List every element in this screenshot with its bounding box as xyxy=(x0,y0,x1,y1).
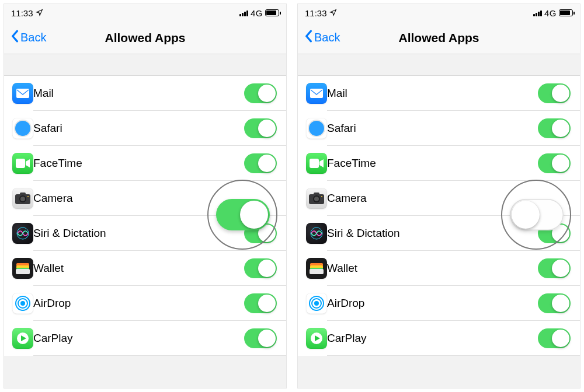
section-spacer xyxy=(298,54,580,75)
airdrop-icon xyxy=(306,293,327,314)
toggle-carplay[interactable] xyxy=(538,328,571,348)
toggle-mail[interactable] xyxy=(244,83,277,103)
svg-rect-5 xyxy=(20,192,26,195)
app-label: Mail xyxy=(33,87,236,100)
siri-icon xyxy=(306,223,327,244)
carplay-icon xyxy=(306,328,327,349)
svg-point-26 xyxy=(314,197,319,201)
list-item: Mail xyxy=(298,76,580,111)
toggle-facetime[interactable] xyxy=(244,153,277,173)
svg-rect-14 xyxy=(16,269,30,274)
screen-right: 11:33 4G Back Allowed Apps Mail xyxy=(297,4,580,388)
cell-signal-icon xyxy=(239,9,248,16)
status-bar: 11:33 4G xyxy=(4,4,286,22)
list-item: FaceTime xyxy=(298,146,580,181)
status-time: 11:33 xyxy=(11,8,33,18)
app-label: Wallet xyxy=(33,262,236,275)
toggle-safari[interactable] xyxy=(538,118,571,138)
app-label: Siri & Dictation xyxy=(33,227,236,240)
list-item: Wallet xyxy=(298,251,580,286)
app-label: Siri & Dictation xyxy=(327,227,530,240)
toggle-camera-enlarged[interactable] xyxy=(510,199,564,230)
back-label: Back xyxy=(314,31,340,44)
facetime-icon xyxy=(12,153,33,174)
app-label: Camera xyxy=(327,192,530,205)
battery-icon xyxy=(559,9,573,16)
cell-signal-icon xyxy=(533,9,542,16)
list-item: Safari xyxy=(4,111,286,146)
back-button[interactable]: Back xyxy=(304,30,340,46)
toggle-wallet[interactable] xyxy=(538,258,571,278)
network-label: 4G xyxy=(251,8,263,18)
toggle-camera-enlarged[interactable] xyxy=(216,199,270,230)
app-label: CarPlay xyxy=(33,332,236,345)
facetime-icon xyxy=(306,153,327,174)
svg-point-27 xyxy=(321,196,322,197)
svg-point-8 xyxy=(27,196,29,197)
safari-icon xyxy=(306,118,327,139)
section-spacer xyxy=(4,54,286,75)
location-arrow-icon xyxy=(36,8,43,18)
svg-point-15 xyxy=(20,301,25,306)
app-label: AirDrop xyxy=(327,297,530,310)
network-label: 4G xyxy=(544,8,557,18)
list-item: AirDrop xyxy=(4,286,286,321)
mail-icon xyxy=(306,83,327,104)
app-label: Camera xyxy=(33,192,236,205)
list-item: Safari xyxy=(298,111,580,146)
battery-icon xyxy=(265,9,279,16)
mail-icon xyxy=(12,83,33,104)
svg-rect-33 xyxy=(310,269,324,274)
svg-point-34 xyxy=(314,301,319,306)
back-button[interactable]: Back xyxy=(10,30,46,46)
toggle-safari[interactable] xyxy=(244,118,277,138)
app-label: FaceTime xyxy=(33,157,236,170)
svg-rect-0 xyxy=(16,89,29,98)
status-bar: 11:33 4G xyxy=(298,4,580,22)
wallet-icon xyxy=(306,258,327,279)
toggle-airdrop[interactable] xyxy=(538,293,571,313)
svg-rect-3 xyxy=(16,159,25,168)
svg-rect-22 xyxy=(310,159,319,168)
toggle-facetime[interactable] xyxy=(538,153,571,173)
svg-point-7 xyxy=(20,197,25,201)
status-time: 11:33 xyxy=(305,8,327,18)
app-label: Mail xyxy=(327,87,530,100)
svg-rect-19 xyxy=(310,89,323,98)
toggle-mail[interactable] xyxy=(538,83,571,103)
back-label: Back xyxy=(20,31,46,44)
svg-rect-24 xyxy=(314,192,319,195)
chevron-left-icon xyxy=(304,30,313,46)
wallet-icon xyxy=(12,258,33,279)
list-item: FaceTime xyxy=(4,146,286,181)
app-label: CarPlay xyxy=(327,332,530,345)
airdrop-icon xyxy=(12,293,33,314)
carplay-icon xyxy=(12,328,33,349)
app-label: AirDrop xyxy=(33,297,236,310)
list-item: AirDrop xyxy=(298,286,580,321)
list-item: Wallet xyxy=(4,251,286,286)
toggle-carplay[interactable] xyxy=(244,328,277,348)
app-label: Wallet xyxy=(327,262,530,275)
list-item: CarPlay xyxy=(298,321,580,356)
nav-bar: Back Allowed Apps xyxy=(4,22,286,54)
list-item: Mail xyxy=(4,76,286,111)
camera-icon xyxy=(12,188,33,209)
toggle-wallet[interactable] xyxy=(244,258,277,278)
nav-bar: Back Allowed Apps xyxy=(298,22,580,54)
camera-icon xyxy=(306,188,327,209)
list-item: CarPlay xyxy=(4,321,286,356)
app-label: FaceTime xyxy=(327,157,530,170)
siri-icon xyxy=(12,223,33,244)
location-arrow-icon xyxy=(329,8,337,18)
toggle-airdrop[interactable] xyxy=(244,293,277,313)
chevron-left-icon xyxy=(10,30,19,46)
screen-left: 11:33 4G Back Allowed Apps Mail xyxy=(4,4,287,388)
app-label: Safari xyxy=(327,122,530,135)
app-label: Safari xyxy=(33,122,236,135)
safari-icon xyxy=(12,118,33,139)
